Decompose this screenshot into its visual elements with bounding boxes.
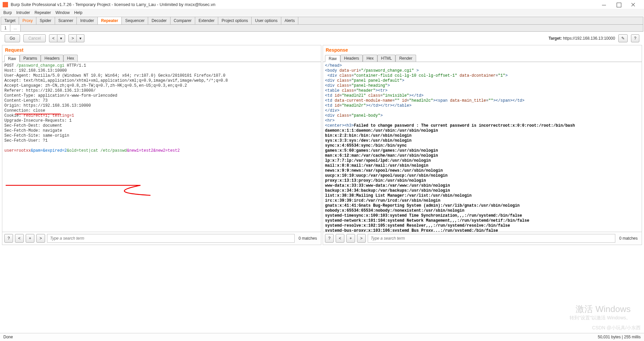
repeater-panes: Request Raw Params Headers Hex POST /pas… xyxy=(0,45,644,245)
request-tab-raw[interactable]: Raw xyxy=(4,55,20,62)
request-search-prev[interactable]: < xyxy=(15,234,24,243)
tab-proxy[interactable]: Proxy xyxy=(19,17,36,24)
response-pane: Response Raw Headers Hex HTML Render </h… xyxy=(323,45,642,245)
cancel-button[interactable]: Cancel xyxy=(23,34,46,42)
status-text: Done xyxy=(3,335,13,339)
response-searchbar: ? < + > 0 matches xyxy=(323,232,642,245)
history-next-dd[interactable]: ▾ xyxy=(77,34,84,42)
statusbar: Done 50,031 bytes | 255 millis xyxy=(0,333,644,341)
request-tab-headers[interactable]: Headers xyxy=(41,55,63,62)
tab-decoder[interactable]: Decoder xyxy=(148,17,170,24)
menu-window[interactable]: Window xyxy=(55,10,70,15)
window-titlebar: Burp Suite Professional v1.7.26 - Tempor… xyxy=(0,0,644,9)
go-button[interactable]: Go xyxy=(5,34,20,42)
target-help-button[interactable]: ? xyxy=(631,34,639,42)
menu-help[interactable]: Help xyxy=(74,10,82,15)
target-display: Target: https://192.168.136.13:10000 xyxy=(549,36,615,41)
history-prev-button[interactable]: < xyxy=(49,34,57,42)
tab-repeater[interactable]: Repeater xyxy=(98,17,122,24)
tab-project-options[interactable]: Project options xyxy=(218,17,252,24)
response-tabs: Raw Headers Hex HTML Render xyxy=(323,55,642,62)
request-tab-params[interactable]: Params xyxy=(20,55,41,62)
response-tab-raw[interactable]: Raw xyxy=(325,55,340,62)
windows-activation-watermark: 激活 Windows 转到"设置"以激活 Windows。 xyxy=(570,303,631,321)
target-value: https://192.168.136.13:10000 xyxy=(563,36,615,41)
target-edit-button[interactable]: ✎ xyxy=(618,34,628,42)
maximize-button[interactable] xyxy=(616,2,621,7)
request-search-help[interactable]: ? xyxy=(4,234,13,243)
csdn-watermark: CSDN @小玩具/小东西 xyxy=(592,325,641,331)
history-prev-group: < ▾ xyxy=(49,34,65,42)
response-tab-html[interactable]: HTML xyxy=(377,55,396,62)
request-tab-hex[interactable]: Hex xyxy=(63,55,78,62)
tab-sequencer[interactable]: Sequencer xyxy=(122,17,148,24)
tab-user-options[interactable]: User options xyxy=(252,17,281,24)
menu-burp[interactable]: Burp xyxy=(3,10,12,15)
tab-scanner[interactable]: Scanner xyxy=(55,17,77,24)
request-tabs: Raw Params Headers Hex xyxy=(2,55,321,62)
response-viewer[interactable]: </head> <body data-uri="/password_change… xyxy=(323,62,642,232)
request-search-matches: 0 matches xyxy=(297,236,319,241)
tab-spider[interactable]: Spider xyxy=(36,17,55,24)
response-tab-render[interactable]: Render xyxy=(395,55,416,62)
response-search-prev[interactable]: < xyxy=(336,234,344,243)
response-search-add[interactable]: + xyxy=(346,234,355,243)
repeater-tab-add[interactable]: ... xyxy=(10,25,21,31)
response-tab-hex[interactable]: Hex xyxy=(363,55,377,62)
tab-comparer[interactable]: Comparer xyxy=(171,17,195,24)
request-title: Request xyxy=(2,45,321,55)
history-next-group: > ▾ xyxy=(68,34,84,42)
request-search-input[interactable] xyxy=(47,234,295,243)
main-tabs: Target Proxy Spider Scanner Intruder Rep… xyxy=(1,17,643,25)
repeater-tab-1[interactable]: 1 xyxy=(1,25,10,31)
repeater-subtabs: 1 ... xyxy=(1,25,643,32)
app-icon xyxy=(3,2,8,7)
window-controls xyxy=(601,2,641,7)
history-prev-dd[interactable]: ▾ xyxy=(57,34,65,42)
tab-alerts[interactable]: Alerts xyxy=(281,17,299,24)
tab-target[interactable]: Target xyxy=(1,17,19,24)
target-label: Target: xyxy=(549,36,563,41)
repeater-toolbar: Go Cancel < ▾ > ▾ Target: https://192.16… xyxy=(0,32,644,45)
request-searchbar: ? < + > 0 matches xyxy=(2,232,321,245)
request-editor[interactable]: POST /password_change.cgi HTTP/1.1 Host:… xyxy=(2,62,321,232)
minimize-button[interactable] xyxy=(601,2,607,7)
history-next-button[interactable]: > xyxy=(68,34,77,42)
menu-repeater[interactable]: Repeater xyxy=(34,10,51,15)
request-pane: Request Raw Params Headers Hex POST /pas… xyxy=(2,45,321,245)
response-search-input[interactable] xyxy=(368,234,615,243)
response-search-matches: 0 matches xyxy=(617,236,640,241)
tab-extender[interactable]: Extender xyxy=(195,17,218,24)
status-bytes: 50,031 bytes | 255 millis xyxy=(598,335,641,339)
menubar: Burp Intruder Repeater Window Help xyxy=(0,9,644,16)
tab-intruder[interactable]: Intruder xyxy=(77,17,97,24)
response-search-help[interactable]: ? xyxy=(325,234,334,243)
response-title: Response xyxy=(323,45,642,55)
menu-intruder[interactable]: Intruder xyxy=(16,10,30,15)
window-title: Burp Suite Professional v1.7.26 - Tempor… xyxy=(11,2,601,7)
close-button[interactable] xyxy=(631,2,636,7)
response-search-next[interactable]: > xyxy=(357,234,366,243)
response-tab-headers[interactable]: Headers xyxy=(340,55,363,62)
request-search-add[interactable]: + xyxy=(26,234,34,243)
request-search-next[interactable]: > xyxy=(36,234,45,243)
